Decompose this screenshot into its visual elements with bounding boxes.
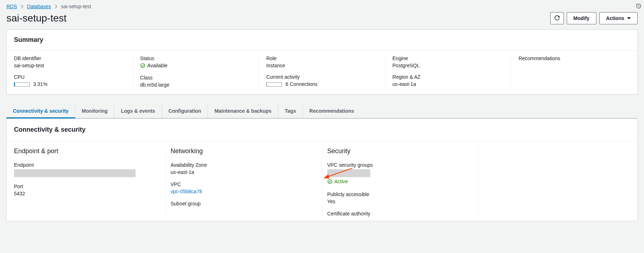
connectivity-security-heading: Connectivity & security: [14, 126, 630, 133]
class-value: db.m5d.large: [140, 82, 252, 88]
endpoint-port-heading: Endpoint & port: [14, 147, 160, 155]
refresh-icon: [554, 15, 560, 21]
tab-configuration[interactable]: Configuration: [162, 104, 208, 118]
history-icon[interactable]: [635, 3, 642, 9]
publicly-accessible-label: Publicly accessible: [327, 191, 474, 197]
class-label: Class: [140, 75, 252, 81]
engine-value: PostgreSQL: [392, 63, 504, 68]
db-identifier-label: DB identifier: [14, 55, 126, 61]
tab-logs-events[interactable]: Logs & events: [114, 104, 162, 118]
role-label: Role: [266, 55, 378, 61]
certificate-authority-label: Certificate authority: [327, 211, 474, 216]
caret-down-icon: [627, 17, 631, 19]
breadcrumb-current: sai-setup-test: [61, 4, 91, 9]
cpu-usage-bar: [14, 82, 30, 87]
endpoint-label: Endpoint: [14, 162, 160, 168]
tab-monitoring[interactable]: Monitoring: [75, 104, 114, 118]
breadcrumb-parent-link[interactable]: Databases: [27, 4, 51, 9]
tab-tags[interactable]: Tags: [278, 104, 303, 118]
az-value: us-east-1a: [171, 169, 317, 175]
port-value: 5432: [14, 191, 160, 196]
endpoint-value-redacted: [14, 169, 136, 177]
refresh-button[interactable]: [550, 12, 564, 24]
az-label: Availability Zone: [171, 162, 317, 168]
breadcrumb: RDS Databases sai-setup-test: [6, 0, 638, 11]
db-identifier-value: sai-setup-test: [14, 63, 126, 68]
actions-label: Actions: [606, 15, 624, 22]
region-az-label: Region & AZ: [392, 74, 504, 80]
recommendations-label: Recommendations: [518, 55, 630, 61]
status-value: Available: [147, 63, 168, 68]
summary-heading: Summary: [14, 36, 630, 44]
role-value: Instance: [266, 63, 378, 68]
check-circle-icon: [140, 63, 145, 68]
chevron-right-icon: [21, 4, 24, 9]
breadcrumb-root-link[interactable]: RDS: [6, 4, 17, 9]
security-heading: Security: [327, 147, 474, 155]
region-az-value: us-east-1a: [392, 81, 504, 87]
chevron-right-icon: [55, 4, 58, 9]
summary-panel: Summary DB identifier sai-setup-test CPU…: [6, 29, 638, 94]
vpc-link[interactable]: vpc-05b8ca78: [171, 189, 202, 194]
page-title: sai-setup-test: [6, 13, 67, 24]
connectivity-security-panel: Connectivity & security Endpoint & port …: [6, 118, 638, 221]
vpc-label: VPC: [171, 181, 317, 187]
connections-bar: [266, 82, 282, 87]
status-label: Status: [140, 55, 252, 61]
subnet-group-label: Subnet group: [171, 201, 317, 206]
actions-dropdown-button[interactable]: Actions: [599, 12, 638, 24]
db-tabs: Connectivity & security Monitoring Logs …: [6, 104, 638, 118]
cpu-value: 3.31%: [33, 81, 48, 87]
publicly-accessible-value: Yes: [327, 199, 474, 204]
modify-button[interactable]: Modify: [567, 12, 596, 24]
cpu-label: CPU: [14, 74, 126, 80]
vpc-security-groups-label: VPC security groups: [327, 162, 474, 168]
port-label: Port: [14, 184, 160, 189]
current-activity-value: 6 Connections: [286, 81, 318, 87]
engine-label: Engine: [392, 55, 504, 61]
check-circle-icon: [327, 179, 332, 184]
networking-heading: Networking: [171, 147, 317, 155]
sg-status-value: Active: [335, 179, 348, 184]
tab-connectivity-security[interactable]: Connectivity & security: [6, 104, 75, 118]
tab-recommendations[interactable]: Recommendations: [303, 104, 361, 118]
tab-maintenance-backups[interactable]: Maintenance & backups: [208, 104, 278, 118]
vpc-security-group-value-redacted: [327, 169, 370, 177]
current-activity-label: Current activity: [266, 74, 378, 80]
